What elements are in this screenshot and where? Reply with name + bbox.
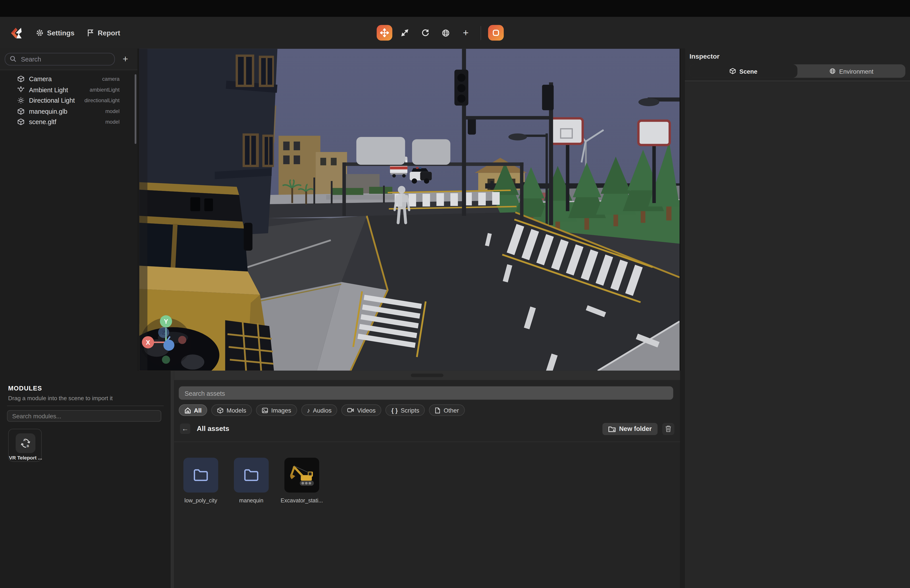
asset-label: manequin bbox=[226, 497, 276, 504]
rotate-icon bbox=[421, 29, 429, 37]
folder-plus-icon bbox=[608, 426, 616, 432]
rotate-tool-button[interactable] bbox=[417, 25, 433, 41]
asset-model-excavator[interactable]: Excavator_stati... bbox=[284, 458, 319, 493]
filter-all[interactable]: All bbox=[179, 404, 208, 416]
asset-label: low_poly_city bbox=[176, 497, 226, 504]
filter-models[interactable]: Models bbox=[212, 404, 252, 416]
frame-icon bbox=[492, 29, 500, 37]
filter-scripts[interactable]: { } Scripts bbox=[386, 404, 425, 416]
item-type: model bbox=[105, 108, 120, 114]
flag-icon bbox=[87, 29, 94, 37]
scene-hierarchy-panel: + Camera camera Ambient Light ambientLig… bbox=[0, 48, 137, 370]
module-label: VR Teleport ... bbox=[9, 455, 42, 460]
add-entity-button[interactable]: + bbox=[120, 53, 131, 66]
app-logo[interactable] bbox=[10, 26, 23, 39]
modules-panel: MODULES Drag a module into the scene to … bbox=[0, 371, 171, 588]
viewport-3d[interactable]: Y X Z bbox=[139, 48, 680, 370]
scale-icon bbox=[401, 29, 409, 37]
hierarchy-search-input[interactable] bbox=[5, 53, 115, 66]
hierarchy-item-camera[interactable]: Camera camera bbox=[0, 74, 137, 84]
hierarchy-scrollbar[interactable] bbox=[134, 74, 136, 144]
move-icon bbox=[380, 29, 389, 37]
excavator-thumbnail bbox=[286, 460, 317, 490]
globe-tool-button[interactable] bbox=[438, 25, 453, 41]
asset-folder-low-poly-city[interactable]: low_poly_city bbox=[183, 458, 218, 493]
new-folder-label: New folder bbox=[619, 425, 652, 432]
trash-icon bbox=[665, 425, 671, 432]
modules-subtitle: Drag a module into the scene to import i… bbox=[8, 395, 113, 402]
panel-resize-handle[interactable] bbox=[174, 371, 680, 380]
cube-icon bbox=[18, 108, 24, 115]
filter-label: Models bbox=[226, 407, 246, 414]
assets-search-input[interactable] bbox=[179, 386, 673, 400]
move-tool-button[interactable] bbox=[377, 25, 392, 41]
inspector-tabs: Scene Environment bbox=[689, 65, 905, 78]
sun-icon bbox=[18, 97, 24, 104]
item-label: Camera bbox=[29, 76, 52, 82]
item-label: Ambient Light bbox=[29, 86, 68, 93]
hierarchy-search-row: + bbox=[0, 48, 137, 69]
gear-icon bbox=[36, 29, 44, 37]
settings-button[interactable]: Settings bbox=[36, 29, 74, 37]
filter-images[interactable]: Images bbox=[256, 404, 297, 416]
filter-label: Audios bbox=[313, 407, 331, 414]
hierarchy-item-scene[interactable]: scene.gltf model bbox=[0, 116, 137, 128]
tab-scene[interactable]: Scene bbox=[689, 65, 797, 78]
filter-label: Videos bbox=[357, 407, 376, 414]
tab-label: Scene bbox=[739, 68, 757, 74]
add-object-button[interactable]: + bbox=[458, 25, 474, 41]
cube-icon bbox=[730, 68, 736, 74]
cube-icon bbox=[18, 119, 24, 126]
assets-panel: All Models Images ♪ Audios Videos { } Sc… bbox=[174, 371, 680, 588]
panel-divider bbox=[137, 48, 139, 370]
svg-text:B: B bbox=[27, 444, 29, 448]
back-button[interactable]: ← bbox=[180, 423, 190, 434]
hierarchy-item-directional-light[interactable]: Directional Light directionalLight bbox=[0, 95, 137, 106]
back-arrow-icon: ← bbox=[182, 425, 189, 433]
filter-label: Other bbox=[444, 407, 459, 414]
assets-divider bbox=[174, 441, 680, 442]
modules-divider bbox=[7, 405, 163, 406]
filter-videos[interactable]: Videos bbox=[341, 404, 381, 416]
module-card-vr-teleport[interactable]: A B VR Teleport ... bbox=[8, 429, 42, 462]
inspector-title: Inspector bbox=[689, 53, 719, 60]
filter-audios[interactable]: ♪ Audios bbox=[301, 404, 337, 416]
modules-search-input[interactable] bbox=[7, 410, 161, 422]
item-type: directionalLight bbox=[84, 98, 120, 103]
video-camera-icon bbox=[347, 407, 354, 413]
folder-icon bbox=[193, 469, 208, 481]
asset-filters: All Models Images ♪ Audios Videos { } Sc… bbox=[179, 404, 465, 416]
tab-environment[interactable]: Environment bbox=[797, 65, 905, 78]
hierarchy-item-ambient-light[interactable]: Ambient Light ambientLight bbox=[0, 84, 137, 95]
asset-folder-manequin[interactable]: manequin bbox=[234, 458, 269, 493]
new-folder-button[interactable]: New folder bbox=[602, 423, 658, 435]
report-button[interactable]: Report bbox=[87, 29, 120, 37]
filter-other[interactable]: Other bbox=[429, 404, 465, 416]
teleport-ab-icon: A B bbox=[16, 433, 36, 453]
inspector-body bbox=[685, 81, 910, 588]
inspector-panel: Inspector Scene Environment bbox=[685, 17, 910, 588]
settings-label: Settings bbox=[47, 29, 74, 37]
filter-label: Scripts bbox=[401, 407, 419, 414]
svg-text:Z: Z bbox=[162, 330, 165, 336]
item-label: Directional Light bbox=[29, 97, 75, 104]
cube-icon bbox=[18, 76, 24, 82]
item-type: ambientLight bbox=[90, 87, 120, 93]
hierarchy-list: Camera camera Ambient Light ambientLight… bbox=[0, 70, 137, 371]
trash-button[interactable] bbox=[662, 423, 674, 435]
frame-tool-button[interactable] bbox=[488, 25, 504, 41]
item-label: scene.gltf bbox=[29, 119, 57, 126]
editor-window: Settings Report bbox=[0, 0, 910, 588]
hierarchy-item-manequin[interactable]: manequin.glb model bbox=[0, 106, 137, 117]
item-type: camera bbox=[102, 76, 120, 82]
bulb-icon bbox=[18, 86, 24, 93]
svg-text:A: A bbox=[23, 438, 26, 442]
report-label: Report bbox=[98, 29, 120, 37]
scene-canvas[interactable]: Y X Z bbox=[139, 48, 680, 370]
folder-icon bbox=[244, 469, 259, 481]
braces-icon: { } bbox=[391, 407, 398, 414]
breadcrumb: All assets bbox=[197, 425, 229, 433]
scale-tool-button[interactable] bbox=[397, 25, 413, 41]
home-icon bbox=[184, 407, 191, 414]
svg-text:X: X bbox=[146, 339, 150, 346]
